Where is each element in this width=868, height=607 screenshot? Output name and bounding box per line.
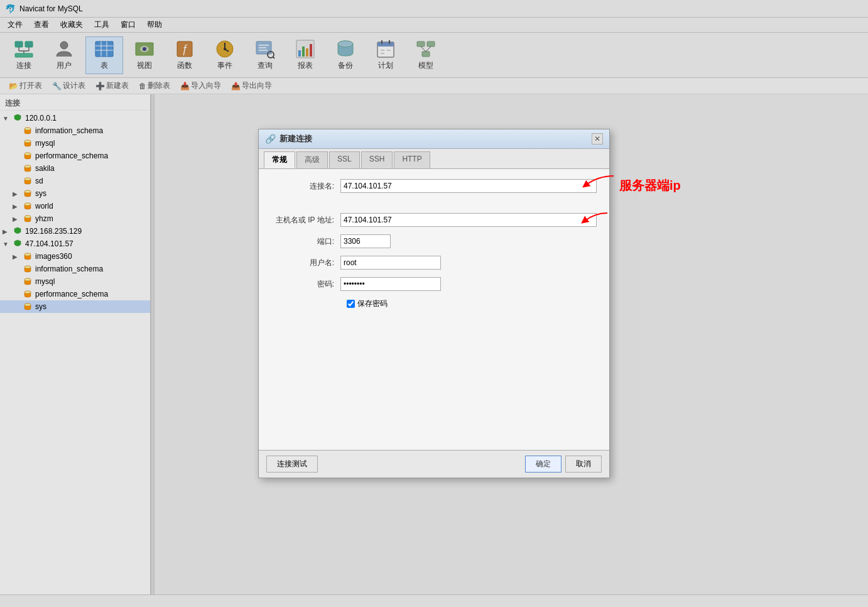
password-row: 密码: — [271, 277, 597, 291]
password-input[interactable] — [340, 277, 441, 291]
new-connection-dialog: 🔗 新建连接 ✕ 常规 高级 SSL SSH HTTP 连接名: — [258, 129, 610, 478]
conn-name-label: 连接名: — [271, 181, 340, 192]
username-input[interactable] — [340, 256, 441, 270]
save-password-checkbox[interactable] — [347, 300, 355, 308]
conn-name-row: 连接名: 服务器端ip — [271, 179, 597, 193]
tab-http[interactable]: HTTP — [394, 151, 430, 168]
test-connection-button[interactable]: 连接测试 — [266, 456, 318, 473]
save-password-row: 保存密码 — [347, 298, 597, 309]
conn-name-input[interactable] — [340, 179, 597, 193]
tab-general[interactable]: 常规 — [264, 151, 295, 168]
ok-button[interactable]: 确定 — [525, 456, 561, 473]
host-input[interactable] — [340, 213, 597, 227]
dialog-icon: 🔗 — [265, 134, 276, 144]
modal-title: 🔗 新建连接 — [265, 133, 312, 145]
modal-overlay: 🔗 新建连接 ✕ 常规 高级 SSL SSH HTTP 连接名: — [0, 0, 868, 607]
port-input[interactable] — [340, 234, 391, 248]
port-row: 端口: — [271, 234, 597, 248]
modal-title-bar: 🔗 新建连接 ✕ — [259, 129, 609, 149]
modal-tabs: 常规 高级 SSL SSH HTTP — [259, 149, 609, 169]
port-label: 端口: — [271, 236, 340, 247]
modal-close-button[interactable]: ✕ — [592, 133, 603, 145]
user-row: 用户名: — [271, 256, 597, 270]
tab-ssh[interactable]: SSH — [361, 151, 393, 168]
user-label: 用户名: — [271, 258, 340, 268]
host-label: 主机名或 IP 地址: — [271, 215, 340, 226]
tab-advanced[interactable]: 高级 — [296, 151, 328, 168]
modal-footer: 连接测试 确定 取消 — [259, 450, 609, 478]
annotation-text-1: 服务器端ip — [619, 177, 681, 194]
tab-ssl[interactable]: SSL — [329, 151, 360, 168]
save-password-label[interactable]: 保存密码 — [357, 298, 388, 309]
cancel-button[interactable]: 取消 — [565, 456, 602, 473]
host-row: 主机名或 IP 地址: — [271, 213, 597, 227]
footer-right-buttons: 确定 取消 — [525, 456, 602, 473]
password-label: 密码: — [271, 279, 340, 290]
modal-body: 连接名: 服务器端ip 主机名或 IP 地址: — [259, 169, 609, 450]
